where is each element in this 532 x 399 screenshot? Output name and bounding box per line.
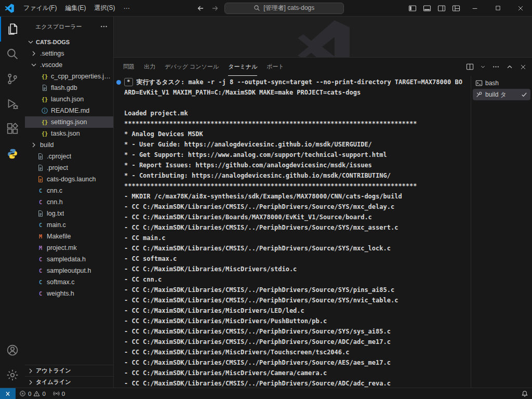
tree-item-.vscode[interactable]: .vscode <box>25 59 113 71</box>
tree-item-label: c_cpp_properties.json <box>51 73 113 80</box>
terminal[interactable]: *実行するタスク: make -r -j 8 --output-sync=tar… <box>114 76 471 388</box>
toggle-primary-sidebar-icon[interactable] <box>405 0 420 16</box>
h-file-icon: C <box>36 267 45 275</box>
toggle-panel-icon[interactable] <box>420 0 434 16</box>
tree-item-sampleoutput.h[interactable]: Csampleoutput.h <box>25 265 113 276</box>
panel-more-actions-icon[interactable] <box>492 63 500 71</box>
tree-item-Makefile[interactable]: MMakefile <box>25 231 113 242</box>
c-file-icon: C <box>36 278 45 286</box>
activity-search[interactable] <box>0 42 25 66</box>
main-area: 問題出力デバッグ コンソールターミナルポート <box>114 17 532 388</box>
terminal-tab-bash[interactable]: bash <box>473 77 530 89</box>
tree-item-.project[interactable]: .project <box>25 162 113 174</box>
split-terminal-icon[interactable] <box>466 63 474 71</box>
activity-settings[interactable] <box>0 363 25 388</box>
terminal-line: * Analog Devices MSDK <box>124 129 469 139</box>
panel-tab-terminal[interactable]: ターミナル <box>228 58 257 76</box>
tree-item-main.c[interactable]: Cmain.c <box>25 219 113 231</box>
terminal-line: ****************************************… <box>124 181 469 191</box>
terminal-line: - CC softmax.c <box>124 254 469 264</box>
maximize-button[interactable] <box>486 0 509 16</box>
terminal-line: - CC main.c <box>124 233 469 243</box>
tree-item-label: .project <box>47 164 68 171</box>
tree-item-project.mk[interactable]: Mproject.mk <box>25 242 113 254</box>
terminal-line: * - Contributing: https://analogdevicesi… <box>124 170 469 181</box>
tree-item-flash.gdb[interactable]: flash.gdb <box>25 82 113 94</box>
tree-item-label: launch.json <box>51 96 84 103</box>
command-center-search[interactable]: [管理者] cats-dogs <box>224 3 344 14</box>
terminal-line: - CC C:/MaximSDK/Libraries/MiscDrivers/T… <box>124 347 469 357</box>
activity-account[interactable] <box>0 338 25 363</box>
activity-source-control[interactable] <box>0 66 25 91</box>
maximize-panel-icon[interactable] <box>506 63 513 71</box>
tree-item-settings.json[interactable]: {}settings.json <box>25 116 113 128</box>
tree-item-c_cpp_properties.json[interactable]: {}c_cpp_properties.json <box>25 71 113 82</box>
close-button[interactable] <box>509 0 532 16</box>
tree-item-cnn.c[interactable]: Ccnn.c <box>25 185 113 196</box>
chevron-down-icon[interactable] <box>480 64 486 70</box>
tree-item-label: Makefile <box>47 233 71 240</box>
command-decoration-icon[interactable] <box>116 80 121 85</box>
notifications-bell[interactable] <box>517 388 532 399</box>
minimize-button[interactable] <box>463 0 486 16</box>
close-panel-icon[interactable] <box>520 63 527 71</box>
json-file-icon: {} <box>41 129 49 138</box>
panel-tab-problems[interactable]: 問題 <box>123 58 135 76</box>
tree-item-label: main.c <box>47 221 66 229</box>
tree-item-weights.h[interactable]: Cweights.h <box>25 288 113 299</box>
menu-edit[interactable]: 編集(E) <box>61 0 90 16</box>
terminal-line: * - Get Support: https://www.analog.com/… <box>124 150 469 160</box>
activity-python[interactable] <box>0 141 25 166</box>
terminal-tab-build タ[interactable]: build タ <box>473 89 530 100</box>
menu-selection[interactable]: 選択(S) <box>90 0 119 16</box>
customize-layout-icon[interactable] <box>449 0 463 16</box>
vscode-window: ファイル(F)編集(E)選択(S)⋯ [管理者] cats-dogs <box>0 0 532 399</box>
chevron-right-icon <box>26 378 35 387</box>
chevron-right-icon <box>30 49 38 58</box>
toggle-secondary-sidebar-icon[interactable] <box>434 0 449 16</box>
section-cats-dogs[interactable]: CATS-DOGS <box>25 36 113 48</box>
panel-tab-output[interactable]: 出力 <box>144 58 155 76</box>
tree-item-launch.json[interactable]: {}launch.json <box>25 94 113 105</box>
doc-file-icon <box>36 152 45 161</box>
panel-tab-debug-console[interactable]: デバッグ コンソール <box>165 58 219 76</box>
tree-item-sampledata.h[interactable]: Csampledata.h <box>25 254 113 265</box>
tree-item-.cproject[interactable]: .cproject <box>25 151 113 162</box>
bottom-panel: 問題出力デバッグ コンソールターミナルポート <box>114 57 532 388</box>
section-label: アウトライン <box>36 367 71 375</box>
tree-item-softmax.c[interactable]: Csoftmax.c <box>25 276 113 288</box>
activity-run-debug[interactable] <box>0 91 25 116</box>
terminal-line: - CC C:/MaximSDK/Libraries/MiscDrivers/s… <box>124 264 469 274</box>
remote-indicator[interactable] <box>0 388 16 399</box>
tree-item-cnn.h[interactable]: Ccnn.h <box>25 196 113 208</box>
tree-item-label: log.txt <box>47 210 64 217</box>
sidebar-title: エクスプローラー <box>35 23 100 31</box>
terminal-line <box>124 98 469 108</box>
tree-item-.settings[interactable]: .settings <box>25 48 113 59</box>
problems-status[interactable]: 0 0 <box>16 388 49 399</box>
status-bar: 0 0 0 <box>0 388 532 399</box>
doc-file-icon <box>36 164 45 172</box>
tree-item-cats-dogs.launch[interactable]: cats-dogs.launch <box>25 174 113 185</box>
tree-item-README.md[interactable]: README.md <box>25 105 113 116</box>
ports-status[interactable]: 0 <box>49 388 69 399</box>
bell-icon <box>521 390 528 397</box>
menu-file[interactable]: ファイル(F) <box>19 0 61 16</box>
forward-icon[interactable] <box>210 3 220 14</box>
explorer-icon <box>6 23 19 35</box>
python-icon <box>7 148 18 159</box>
menu-more[interactable]: ⋯ <box>119 0 134 16</box>
tree-item-label: settings.json <box>51 118 87 126</box>
tree-item-build[interactable]: build <box>25 139 113 151</box>
tree-item-tasks.json[interactable]: {}tasks.json <box>25 128 113 139</box>
section-timeline[interactable]: タイムライン <box>25 376 113 388</box>
activity-explorer[interactable] <box>0 17 25 42</box>
panel-actions <box>466 63 527 71</box>
more-actions-icon[interactable] <box>100 22 108 31</box>
panel-tab-ports[interactable]: ポート <box>267 58 284 76</box>
tree-item-log.txt[interactable]: log.txt <box>25 208 113 219</box>
section-outline[interactable]: アウトライン <box>25 365 113 376</box>
activity-extensions[interactable] <box>0 116 25 141</box>
back-icon[interactable] <box>195 3 206 14</box>
chevron-down-icon <box>26 38 35 46</box>
